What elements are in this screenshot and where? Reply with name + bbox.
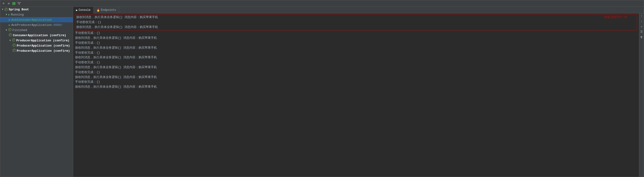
producer-confirm-arrow: ▼ [9,39,12,42]
finished-arrow: ▼ [5,29,8,32]
running-icon: ▶ [8,13,10,16]
run-icon[interactable] [12,2,16,6]
console-tab-label: Console [78,8,90,12]
consumer-confirm-icon [9,33,12,37]
svg-point-3 [8,28,11,31]
ack-consumer-run-icon: ▶ [9,18,10,22]
console-content[interactable]: 接收到消息，执行具体业务逻辑{} 消息内容：购买苹果手机 手动签收完成：{} 接… [73,14,639,177]
console-area: 接收到消息，执行具体业务逻辑{} 消息内容：购买苹果手机 手动签收完成：{} 接… [73,14,644,177]
clear-icon[interactable]: 🗑 [640,35,644,39]
console-line-13: 手动签收完成：{} [75,80,637,84]
right-panel: ▶ Console 🔥 Endpoints 接收到消息，执行具体业务逻辑{} 消… [73,7,644,177]
tree-finished-group[interactable]: ▼ Finished [0,28,73,33]
console-line-12: 接收到消息，执行具体业务逻辑{} 消息内容：购买苹果手机 [75,75,637,80]
highlight-box: 接收到消息，执行具体业务逻辑{} 消息内容：购买苹果手机 手动签收完成：{} 接… [75,14,637,30]
tree-item-producer-confirm-child2[interactable]: ProducerApplication (confirm) [0,48,73,53]
ack-producer-port: :8080/ [52,23,63,27]
console-line-11: 手动签收完成：{} [75,70,637,75]
annotation-area: 每隔3秒打印一条 [598,15,636,30]
finished-icon [8,28,12,32]
producer-confirm-child1-icon [12,44,16,48]
root-arrow: ▼ [1,8,4,11]
console-line-0: 接收到消息，执行具体业务逻辑{} 消息内容：购买苹果手机 [76,15,598,20]
producer-confirm-child2-label: ProducerApplication (confirm) [17,49,70,53]
console-line-7: 手动签收完成：{} [75,50,637,56]
producer-confirm-child1-label: ProducerApplication (confirm) [17,44,70,48]
consumer-confirm-label: ConsumerApplication (confirm) [13,34,66,37]
toolbar: ≡ ⇄ [0,0,644,7]
tab-endpoints[interactable]: 🔥 Endpoints [94,7,119,14]
console-line-4: 接收到消息，执行具体业务逻辑{} 消息内容：购买苹果手机 [75,36,637,41]
svg-point-5 [12,38,15,41]
console-line-6: 接收到消息，执行具体业务逻辑{} 消息内容：购买苹果手机 [75,46,637,50]
tree-item-ack-producer[interactable]: ▶ AckProducerApplication :8080/ [0,22,73,28]
tree-item-producer-confirm-parent[interactable]: ▼ ProducerApplication (confirm) [0,38,73,43]
svg-point-4 [9,34,12,36]
tree-root-spring-boot[interactable]: ▼ Spring Boot [0,7,73,12]
console-line-10: 接收到消息，执行具体业务逻辑{} 消息内容：购买苹果手机 [75,65,637,70]
tree-root-label: Spring Boot [9,8,29,11]
main-container: ≡ ⇄ ▼ [0,0,644,177]
producer-confirm-child2-icon [12,49,16,53]
svg-point-2 [5,8,8,11]
ack-producer-run-icon: ▶ [9,23,10,27]
console-right-sidebar: ↑ ↓ ⇌ ☰ 🗑 [639,14,644,177]
highlight-lines: 接收到消息，执行具体业务逻辑{} 消息内容：购买苹果手机 手动签收完成：{} 接… [76,15,598,30]
print-icon[interactable]: ☰ [640,30,644,34]
tree-item-consumer-confirm[interactable]: ConsumerApplication (confirm) [0,33,73,38]
scroll-up-icon[interactable]: ↑ [640,14,644,18]
endpoints-tab-label: Endpoints [101,8,116,12]
endpoints-tab-icon: 🔥 [96,8,100,12]
console-line-2: 接收到消息，执行具体业务逻辑{} 消息内容：购买苹果手机 [76,25,598,30]
filter-icon[interactable] [17,2,21,6]
svg-rect-1 [14,2,15,5]
left-panel: ▼ Spring Boot ▼ ▶ Running [0,7,73,177]
finished-label: Finished [12,28,27,32]
tree-item-producer-confirm-child1[interactable]: ProducerApplication (confirm) [0,43,73,48]
svg-point-7 [13,49,16,52]
spring-icon [4,8,8,11]
soft-wrap-icon[interactable]: ⇌ [640,25,644,28]
console-line-5: 手动签收完成：{} [75,41,637,46]
scroll-down-icon[interactable]: ↓ [640,20,644,23]
expand-all-icon[interactable]: ≡ [2,2,6,6]
tab-console[interactable]: ▶ Console [73,7,94,14]
ack-consumer-label: AckConsumerApplication [11,18,52,22]
producer-confirm-icon [12,38,15,42]
console-tab-icon: ▶ [76,8,78,12]
console-annotation: 每隔3秒打印一条 [600,14,631,20]
console-line-3: 手动签收完成：{} [75,31,637,36]
console-line-1: 手动签收完成：{} [76,20,598,25]
console-line-9: 手动签收完成：{} [75,60,637,65]
svg-point-6 [13,44,16,46]
running-label: Running [11,13,24,16]
ack-producer-label: AckProducerApplication [11,23,52,27]
tree-item-ack-consumer[interactable]: ▶ AckConsumerApplication [0,17,73,22]
tabs-bar: ▶ Console 🔥 Endpoints [73,7,644,14]
console-line-14: 接收到消息，执行具体业务逻辑{} 消息内容：购买苹果手机 [75,84,637,90]
tree-running-group[interactable]: ▼ ▶ Running [0,12,73,17]
producer-confirm-parent-label: ProducerApplication (confirm) [16,39,70,42]
collapse-all-icon[interactable]: ⇄ [7,2,10,6]
content-area: ▼ Spring Boot ▼ ▶ Running [0,7,644,177]
svg-rect-0 [12,2,14,5]
running-arrow: ▼ [5,13,8,16]
console-line-8: 接收到消息，执行具体业务逻辑{} 消息内容：购买苹果手机 [75,55,637,60]
